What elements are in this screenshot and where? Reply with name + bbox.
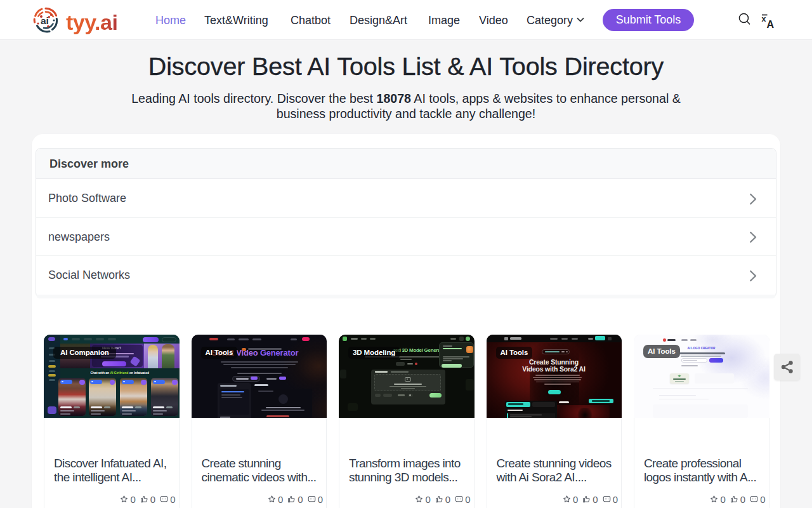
svg-text:ai: ai <box>41 15 49 26</box>
svg-text:A: A <box>767 19 775 30</box>
svg-text:x: x <box>762 15 766 23</box>
